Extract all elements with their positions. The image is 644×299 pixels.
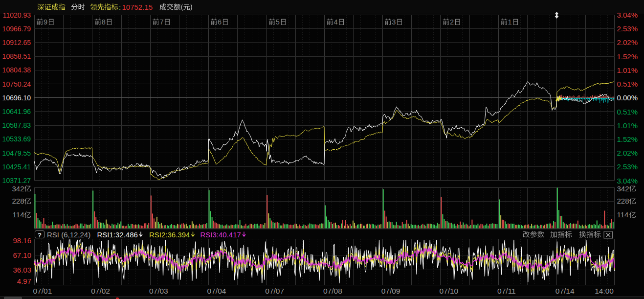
svg-text:98.16: 98.16	[13, 236, 31, 245]
svg-text:7: 7	[159, 18, 163, 26]
svg-text:07/10: 07/10	[439, 287, 458, 295]
svg-text:10425.41: 10425.41	[2, 163, 31, 171]
svg-text:114: 114	[13, 210, 24, 219]
svg-text:07/07: 07/07	[265, 287, 284, 295]
svg-text:3.04%: 3.04%	[617, 11, 638, 19]
svg-text:07/03: 07/03	[149, 287, 168, 295]
svg-text:07/14: 07/14	[555, 287, 575, 295]
svg-text:8: 8	[102, 18, 106, 26]
svg-text:4: 4	[334, 18, 338, 26]
svg-text:07/08: 07/08	[323, 287, 342, 295]
svg-text:342: 342	[617, 184, 629, 193]
svg-text:?: ?	[38, 231, 42, 239]
svg-text:10858.51: 10858.51	[2, 52, 31, 60]
svg-text:2: 2	[450, 18, 454, 26]
svg-text:342: 342	[12, 184, 24, 193]
svg-text:1: 1	[508, 18, 512, 26]
svg-text:07/04: 07/04	[207, 287, 226, 295]
svg-text:0.51%: 0.51%	[617, 108, 638, 116]
svg-text:9: 9	[44, 18, 47, 26]
svg-text:10587.83: 10587.83	[2, 121, 31, 129]
svg-text:1.52%: 1.52%	[617, 52, 638, 61]
svg-text:07/01: 07/01	[33, 287, 52, 295]
svg-text:1.01%: 1.01%	[617, 121, 638, 130]
svg-text:14:00: 14:00	[595, 287, 614, 295]
svg-text:0.00%: 0.00%	[617, 93, 638, 102]
svg-text:114: 114	[617, 210, 629, 219]
svg-text:1.52%: 1.52%	[617, 135, 638, 143]
svg-text:10750.24: 10750.24	[2, 80, 31, 88]
svg-text:6: 6	[218, 18, 222, 26]
svg-text:10966.79: 10966.79	[2, 25, 31, 33]
svg-text:228: 228	[617, 197, 629, 205]
svg-text:5: 5	[276, 18, 280, 26]
svg-text:2.53%: 2.53%	[617, 24, 638, 33]
svg-text:10479.55: 10479.55	[2, 149, 31, 157]
svg-text:2.53%: 2.53%	[617, 162, 638, 171]
svg-text:36.03: 36.03	[13, 266, 31, 274]
svg-text:67.10: 67.10	[13, 251, 31, 259]
svg-text:10912.65: 10912.65	[2, 39, 31, 46]
svg-text:4.97: 4.97	[17, 277, 31, 285]
svg-text:10752.15: 10752.15	[122, 3, 153, 11]
svg-text:10804.38: 10804.38	[2, 66, 31, 74]
svg-text:11020.93: 11020.93	[3, 11, 31, 19]
svg-text:0.51%: 0.51%	[617, 80, 638, 88]
svg-text:10641.96: 10641.96	[2, 108, 31, 115]
svg-text:10533.69: 10533.69	[2, 135, 31, 143]
svg-text::: :	[119, 3, 121, 11]
svg-text:2.02%: 2.02%	[617, 38, 638, 46]
svg-text:07/11: 07/11	[497, 287, 516, 295]
svg-text:RSI1:32.486: RSI1:32.486	[97, 230, 138, 239]
svg-text:07/02: 07/02	[91, 287, 110, 295]
svg-text:1.01%: 1.01%	[617, 66, 638, 74]
svg-text:3.04%: 3.04%	[617, 177, 638, 185]
svg-text:3: 3	[392, 18, 396, 26]
svg-text:10696.10: 10696.10	[2, 94, 31, 102]
svg-text:228: 228	[12, 197, 24, 205]
svg-text:10371.27: 10371.27	[2, 177, 31, 184]
svg-text:RSI (6,12,24): RSI (6,12,24)	[47, 230, 90, 239]
svg-text:07/09: 07/09	[381, 287, 400, 295]
svg-text:RSI2:36.394: RSI2:36.394	[149, 230, 190, 239]
svg-text:2.02%: 2.02%	[617, 149, 638, 157]
svg-text:RSI3:40.417: RSI3:40.417	[200, 230, 241, 239]
